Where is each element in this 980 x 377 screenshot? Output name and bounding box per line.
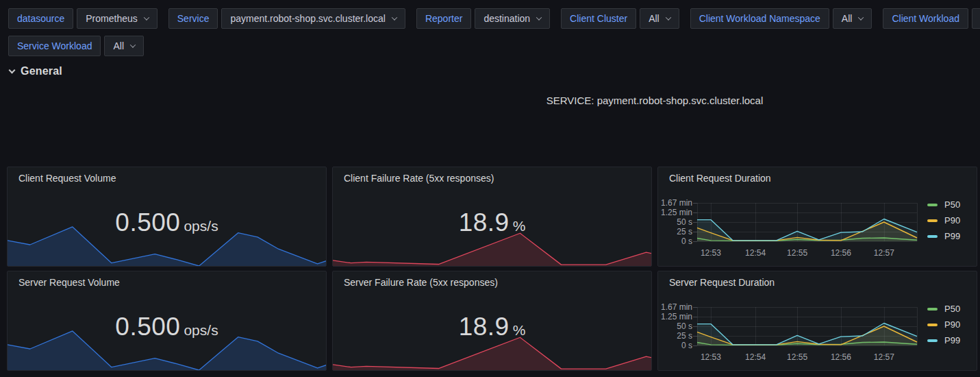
x-axis-tick-label: 12:55 bbox=[787, 248, 807, 258]
x-axis-tick-label: 12:56 bbox=[831, 352, 851, 362]
stat-value: 18.9 bbox=[459, 313, 510, 341]
chevron-down-icon bbox=[144, 14, 149, 20]
y-axis-tick-label: 25 s bbox=[658, 228, 692, 236]
legend-series-label: P99 bbox=[944, 231, 960, 241]
filter-service-workload: Service WorkloadAll bbox=[8, 36, 144, 56]
panel-title: Server Request Volume bbox=[18, 277, 326, 288]
filter-label: Service Workload bbox=[8, 36, 101, 56]
stat-value: 18.9 bbox=[459, 208, 510, 237]
legend-series-label: P90 bbox=[944, 319, 960, 330]
chevron-down-icon bbox=[130, 42, 136, 47]
filter-client-workload-namespace: Client Workload NamespaceAll bbox=[690, 8, 872, 29]
panel-header[interactable]: Server Failure Rate (5xx responses) bbox=[333, 271, 651, 291]
y-axis-tick-label: 1.67 min bbox=[658, 303, 692, 311]
x-axis-tick-label: 12:56 bbox=[831, 248, 851, 258]
chevron-down-icon bbox=[858, 14, 864, 20]
y-axis-tick-label: 0 s bbox=[658, 341, 692, 350]
x-axis-tick-label: 12:53 bbox=[701, 352, 721, 362]
panel-header[interactable]: Client Request Duration bbox=[658, 167, 977, 186]
stat-unit: ops/s bbox=[184, 322, 218, 339]
chevron-down-icon bbox=[392, 14, 397, 20]
legend-series-label: P99 bbox=[944, 335, 960, 345]
x-axis-tick-label: 12:54 bbox=[745, 248, 766, 258]
filter-label: Client Workload Namespace bbox=[690, 8, 829, 29]
filter-dropdown[interactable]: payment.robot-shop.svc.cluster.local bbox=[221, 8, 405, 29]
stat-value-group: 18.9% bbox=[333, 208, 651, 237]
chart-legend: P50P90P99 bbox=[927, 197, 960, 244]
y-axis-tick-label: 25 s bbox=[658, 332, 692, 340]
legend-series-label: P50 bbox=[944, 304, 960, 314]
panel-title: Client Request Volume bbox=[18, 173, 326, 184]
chevron-down-icon bbox=[665, 14, 670, 20]
section-header-general[interactable]: General bbox=[10, 65, 62, 77]
legend-item-p90[interactable]: P90 bbox=[927, 317, 960, 332]
filter-dropdown-value: destination bbox=[483, 13, 530, 24]
panel-header[interactable]: Client Request Volume bbox=[8, 167, 326, 186]
stat-value: 0.500 bbox=[115, 313, 180, 341]
filter-dropdown[interactable]: All bbox=[972, 8, 980, 29]
filter-reporter: Reporterdestination bbox=[416, 8, 550, 29]
y-axis-tick-label: 1.67 min bbox=[658, 199, 692, 207]
panel-client-request-volume: Client Request Volume0.500ops/s bbox=[7, 167, 327, 267]
stat-unit: % bbox=[513, 322, 526, 339]
y-axis-tick-label: 50 s bbox=[658, 218, 692, 226]
stat-value-group: 18.9% bbox=[333, 313, 651, 341]
chart-legend: P50P90P99 bbox=[927, 301, 960, 348]
stat-unit: % bbox=[513, 218, 526, 234]
x-axis-tick-label: 12:57 bbox=[874, 248, 894, 258]
filter-dropdown-value: All bbox=[113, 40, 124, 51]
filter-dropdown[interactable]: All bbox=[640, 8, 679, 29]
filter-datasource: datasourcePrometheus bbox=[8, 8, 158, 29]
x-axis-tick-label: 12:55 bbox=[787, 352, 807, 362]
dashboard: datasourcePrometheusServicepayment.robot… bbox=[0, 0, 980, 377]
panel-server-request-volume: Server Request Volume0.500ops/s bbox=[7, 271, 327, 371]
filter-dropdown[interactable]: Prometheus bbox=[77, 8, 157, 29]
filter-label: Client Cluster bbox=[561, 8, 636, 29]
legend-item-p50[interactable]: P50 bbox=[927, 197, 960, 212]
filter-label: Client Workload bbox=[883, 8, 968, 29]
stat-unit: ops/s bbox=[184, 218, 218, 234]
filter-dropdown[interactable]: All bbox=[833, 8, 872, 29]
y-axis-tick-label: 50 s bbox=[658, 322, 692, 330]
filter-label: Reporter bbox=[416, 8, 471, 29]
legend-item-p50[interactable]: P50 bbox=[927, 301, 960, 317]
x-axis-tick-label: 12:54 bbox=[745, 352, 766, 362]
filter-dropdown-value: payment.robot-shop.svc.cluster.local bbox=[230, 13, 385, 24]
filter-dropdown[interactable]: All bbox=[104, 36, 144, 56]
panel-client-request-duration: Client Request Duration0 s25 s50 s1.25 m… bbox=[657, 167, 977, 267]
legend-item-p99[interactable]: P99 bbox=[927, 228, 960, 244]
filter-label: Service bbox=[168, 8, 218, 29]
panel-title: Server Request Duration bbox=[669, 277, 977, 288]
legend-series-marker bbox=[927, 308, 938, 311]
chevron-down-icon bbox=[9, 66, 16, 73]
filter-label: datasource bbox=[8, 8, 73, 29]
x-axis-tick-label: 12:57 bbox=[874, 352, 894, 362]
legend-series-marker bbox=[927, 339, 938, 342]
filter-toolbar-row1: datasourcePrometheusServicepayment.robot… bbox=[8, 8, 980, 29]
filter-dropdown-value: All bbox=[649, 13, 659, 24]
legend-series-marker bbox=[927, 204, 938, 206]
legend-series-marker bbox=[927, 219, 938, 222]
stat-value-group: 0.500ops/s bbox=[8, 313, 326, 341]
filter-client-workload: Client WorkloadAll bbox=[883, 8, 980, 29]
filter-dropdown-value: All bbox=[842, 13, 853, 24]
legend-series-marker bbox=[927, 324, 938, 326]
filter-toolbar-row2: Service WorkloadAll bbox=[8, 36, 144, 56]
panel-header[interactable]: Server Request Volume bbox=[8, 271, 326, 291]
service-banner-text: SERVICE: payment.robot-shop.svc.cluster.… bbox=[332, 95, 977, 106]
legend-series-label: P90 bbox=[944, 215, 960, 226]
panel-title: Server Failure Rate (5xx responses) bbox=[344, 277, 651, 288]
panel-server-request-duration: Server Request Duration0 s25 s50 s1.25 m… bbox=[657, 271, 977, 371]
section-title: General bbox=[21, 65, 62, 77]
legend-item-p99[interactable]: P99 bbox=[927, 332, 960, 348]
panel-header[interactable]: Client Failure Rate (5xx responses) bbox=[333, 167, 651, 186]
y-axis-tick-label: 1.25 min bbox=[658, 313, 692, 321]
panel-header[interactable]: Server Request Duration bbox=[658, 271, 977, 291]
panel-title: Client Request Duration bbox=[669, 173, 977, 184]
timeseries-chart bbox=[697, 203, 918, 242]
filter-dropdown[interactable]: destination bbox=[475, 8, 550, 29]
panel-title: Client Failure Rate (5xx responses) bbox=[344, 173, 651, 184]
legend-series-marker bbox=[927, 235, 938, 238]
legend-item-p90[interactable]: P90 bbox=[927, 212, 960, 228]
stat-value-group: 0.500ops/s bbox=[8, 208, 326, 237]
